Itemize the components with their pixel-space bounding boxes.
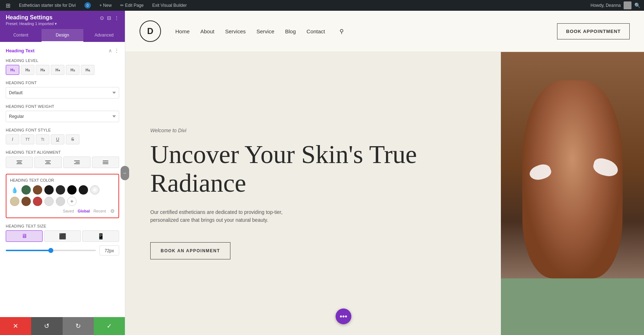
color-tab-global[interactable]: Global bbox=[78, 209, 90, 213]
nav-home[interactable]: Home bbox=[175, 28, 190, 34]
site-name-link[interactable]: Esthetician starter site for Divi bbox=[17, 2, 78, 9]
style-uppercase-btn[interactable]: TT bbox=[21, 134, 34, 144]
size-value-display: 72px bbox=[99, 245, 119, 255]
color-swatch-4[interactable] bbox=[56, 185, 65, 195]
admin-bar-right: Howdy, Deanna 🔍 bbox=[591, 1, 641, 9]
heading-level-h5[interactable]: H₅ bbox=[66, 65, 79, 75]
site-nav-right: BOOK APPOINTMENT bbox=[557, 23, 630, 39]
section-title: Heading Text bbox=[6, 48, 35, 53]
redo-button[interactable]: ↻ bbox=[63, 317, 94, 335]
heading-level-h3[interactable]: H₃ bbox=[36, 65, 49, 75]
panel-more-icon[interactable]: ⋮ bbox=[114, 15, 119, 21]
main-layout: Heading Settings Preset: Heading 1 impor… bbox=[0, 11, 644, 335]
new-link[interactable]: + New bbox=[97, 2, 114, 9]
tab-design[interactable]: Design bbox=[42, 29, 83, 42]
align-left-btn[interactable] bbox=[6, 157, 33, 168]
section-menu-icon[interactable]: ⋮ bbox=[114, 48, 119, 53]
search-icon[interactable]: 🔍 bbox=[634, 3, 640, 8]
hero-subtitle: Welcome to Divi bbox=[150, 128, 476, 133]
hero-section: Welcome to Divi Uncover Your Skin's True… bbox=[125, 52, 644, 335]
heading-font-style-row: Heading Font Style I TT Tt U S bbox=[6, 128, 119, 144]
admin-avatar[interactable] bbox=[624, 1, 631, 9]
color-tab-saved[interactable]: Saved bbox=[63, 209, 74, 213]
hero-left: Welcome to Divi Uncover Your Skin's True… bbox=[125, 52, 501, 335]
section-collapse-icon[interactable]: ∧ bbox=[108, 48, 112, 53]
heading-level-h6[interactable]: H₆ bbox=[81, 65, 94, 75]
panel-settings-icon[interactable]: ⊙ bbox=[100, 15, 104, 21]
wp-logo-icon[interactable]: ⊞ bbox=[4, 1, 13, 10]
style-capitalize-btn[interactable]: Tt bbox=[36, 134, 49, 144]
heading-level-h4[interactable]: H₄ bbox=[51, 65, 64, 75]
nav-blog[interactable]: Blog bbox=[285, 28, 296, 34]
color-swatch-10[interactable] bbox=[33, 197, 42, 206]
panel-preset[interactable]: Preset: Heading 1 imported ▾ bbox=[6, 21, 57, 26]
panel-columns-icon[interactable]: ⊟ bbox=[107, 15, 111, 21]
exit-builder-link[interactable]: Exit Visual Builder bbox=[150, 2, 189, 9]
color-settings-icon[interactable]: ⚙ bbox=[110, 208, 115, 214]
hero-face-image bbox=[501, 52, 644, 335]
size-desktop-btn[interactable]: 🖥 bbox=[6, 230, 43, 242]
nav-contact[interactable]: Contact bbox=[307, 28, 325, 34]
heading-size-row: Heading Text Size 🖥 ⬛ 📱 72px bbox=[6, 224, 119, 255]
heading-size-label: Heading Text Size bbox=[6, 224, 119, 228]
heading-color-section: Heading Text Color 💧 bbox=[6, 174, 119, 218]
style-underline-btn[interactable]: U bbox=[51, 134, 64, 144]
color-swatch-5[interactable] bbox=[67, 185, 77, 195]
confirm-button[interactable]: ✓ bbox=[94, 317, 125, 335]
color-swatch-1[interactable] bbox=[21, 185, 31, 195]
hero-right bbox=[501, 52, 644, 335]
color-row-1: 💧 bbox=[10, 185, 115, 195]
color-swatch-7[interactable] bbox=[90, 185, 99, 195]
size-tablet-btn[interactable]: ⬛ bbox=[44, 230, 81, 242]
size-slider[interactable] bbox=[6, 250, 96, 251]
heading-font-weight-select[interactable]: Regular bbox=[6, 111, 119, 122]
color-swatch-6[interactable] bbox=[79, 185, 88, 195]
edit-page-link[interactable]: ✏ Edit Page bbox=[118, 2, 146, 9]
nav-service[interactable]: Service bbox=[257, 28, 274, 34]
section-icons: ∧ ⋮ bbox=[108, 48, 119, 53]
color-tab-recent[interactable]: Recent bbox=[93, 209, 106, 213]
site-logo[interactable]: D bbox=[140, 20, 161, 42]
hero-title: Uncover Your Skin's True Radiance bbox=[150, 140, 476, 197]
color-swatch-2[interactable] bbox=[33, 185, 42, 195]
floating-action-button[interactable]: ••• bbox=[336, 308, 351, 324]
comments-link[interactable]: 0 bbox=[82, 1, 93, 9]
color-swatch-3[interactable] bbox=[44, 185, 54, 195]
nav-about[interactable]: About bbox=[200, 28, 214, 34]
heading-font-select[interactable]: Default bbox=[6, 87, 119, 99]
nav-search-icon[interactable]: ⚲ bbox=[340, 28, 344, 35]
heading-level-h1[interactable]: H₁ bbox=[6, 65, 19, 75]
size-mobile-btn[interactable]: 📱 bbox=[82, 230, 119, 242]
tab-content[interactable]: Content bbox=[0, 29, 42, 42]
font-style-buttons: I TT Tt U S bbox=[6, 134, 119, 144]
panel-drag-handle[interactable]: ↔ bbox=[121, 166, 129, 180]
panel-content: Heading Text ∧ ⋮ Heading Level H₁ H₂ H₃ … bbox=[0, 42, 125, 317]
heading-level-h2[interactable]: H₂ bbox=[21, 65, 34, 75]
color-swatch-11[interactable] bbox=[44, 197, 54, 206]
heading-font-row: Heading Font Default bbox=[6, 81, 119, 99]
color-swatch-8[interactable] bbox=[10, 197, 19, 206]
site-nav-links: Home About Services Service Blog Contact… bbox=[175, 28, 344, 35]
color-swatch-12[interactable] bbox=[56, 197, 65, 206]
size-slider-row: 72px bbox=[6, 245, 119, 255]
align-left-icon bbox=[16, 161, 22, 164]
align-right-btn[interactable] bbox=[63, 157, 91, 168]
clothing-area bbox=[501, 278, 644, 335]
eyedropper-icon[interactable]: 💧 bbox=[10, 185, 19, 195]
undo-button[interactable]: ↺ bbox=[31, 317, 62, 335]
color-swatch-9[interactable] bbox=[21, 197, 31, 206]
align-center-btn[interactable] bbox=[34, 157, 62, 168]
cancel-button[interactable]: ✕ bbox=[0, 317, 31, 335]
align-justify-btn[interactable] bbox=[92, 157, 119, 168]
book-appointment-button[interactable]: BOOK APPOINTMENT bbox=[557, 23, 630, 39]
style-strikethrough-btn[interactable]: S bbox=[66, 134, 79, 144]
heading-font-style-label: Heading Font Style bbox=[6, 128, 119, 132]
hero-cta-button[interactable]: BOOK AN APPOINMENT bbox=[150, 242, 230, 259]
nav-services[interactable]: Services bbox=[225, 28, 246, 34]
style-italic-btn[interactable]: I bbox=[6, 134, 19, 144]
color-add-button[interactable]: + bbox=[67, 197, 77, 206]
tab-advanced[interactable]: Advanced bbox=[83, 29, 125, 42]
section-header: Heading Text ∧ ⋮ bbox=[6, 48, 119, 53]
size-device-buttons: 🖥 ⬛ 📱 bbox=[6, 230, 119, 242]
heading-alignment-label: Heading Text Alignment bbox=[6, 150, 119, 154]
